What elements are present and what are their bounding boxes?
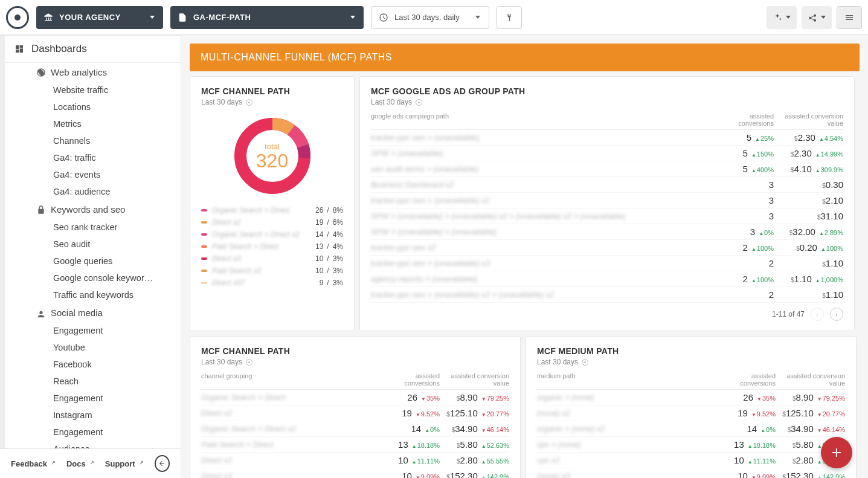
support-link[interactable]: Support bbox=[105, 459, 144, 468]
card-subtitle: Last 30 days bbox=[201, 358, 242, 366]
cell-label: tracker-ppc-seo > (unavailable) x3 bbox=[371, 259, 719, 268]
sidebar-item[interactable]: Google console keywor… bbox=[5, 270, 181, 286]
cell-ac-pct: 35% bbox=[421, 395, 440, 402]
sidebar-item[interactable]: Google queries bbox=[5, 253, 181, 270]
sidebar-item[interactable]: Ga4: events bbox=[5, 166, 181, 183]
col-header: google ads campaign path bbox=[371, 112, 719, 127]
sidebar-item[interactable]: Seo audit bbox=[5, 236, 181, 253]
cell-av: $34.90 bbox=[788, 424, 814, 434]
donut-center-value: 320 bbox=[256, 151, 288, 170]
share-button[interactable] bbox=[802, 6, 832, 29]
cell-av-pct: 20.77% bbox=[481, 410, 509, 418]
pager-next-button[interactable]: › bbox=[830, 308, 843, 321]
cell-av-pct: 52.63% bbox=[481, 442, 509, 449]
cell-av: $34.90 bbox=[452, 424, 478, 434]
table-row: seo audit terms > (unavailable)5400%$4.1… bbox=[371, 161, 843, 177]
cell-ac-pct: 0% bbox=[760, 426, 776, 433]
card-mcf-channel-table: MCF CHANNEL PATH Last 30 days channel gr… bbox=[190, 336, 521, 478]
legend-swatch bbox=[201, 233, 207, 236]
sidebar-group[interactable]: Web analytics bbox=[5, 63, 181, 82]
legend-swatch bbox=[201, 257, 207, 260]
cell-av: $1.10 bbox=[822, 289, 843, 300]
cell-ac: 14 bbox=[747, 424, 757, 434]
sidebar-group[interactable]: Keywords and seo bbox=[5, 200, 181, 219]
agency-label: YOUR AGENCY bbox=[59, 13, 121, 22]
sidebar-group-label: Web analytics bbox=[51, 67, 107, 77]
cell-ac-pct: 18.18% bbox=[412, 442, 440, 449]
sidebar: Dashboards Web analyticsWebsite trafficL… bbox=[0, 35, 181, 478]
cell-label: (none) x2 bbox=[537, 409, 721, 418]
sidebar-item[interactable]: Engagement bbox=[5, 322, 181, 339]
sidebar-item[interactable]: Channels bbox=[5, 132, 181, 149]
cell-ac-pct: 9.52% bbox=[751, 410, 776, 418]
sidebar-item[interactable]: Instagram bbox=[5, 407, 181, 424]
col-header: assisted conversion value bbox=[776, 372, 845, 387]
collapse-sidebar-button[interactable] bbox=[155, 455, 170, 472]
share-icon bbox=[808, 13, 817, 22]
docs-link[interactable]: Docs bbox=[66, 459, 94, 468]
cell-label: Direct x2 bbox=[201, 409, 385, 418]
cell-label: SPW > (unavailable) bbox=[371, 149, 719, 158]
main-content: MULTI-CHANNEL FUNNEL (MCF) PATHS MCF CHA… bbox=[181, 35, 868, 478]
sidebar-item[interactable]: Traffic and keywords bbox=[5, 286, 181, 303]
sidebar-item[interactable]: Seo rank tracker bbox=[5, 219, 181, 236]
legend-row: Organic Search > Direct26 / 8% bbox=[201, 204, 343, 216]
sidebar-item[interactable]: Youtube bbox=[5, 339, 181, 356]
sidebar-item[interactable]: Reach bbox=[5, 373, 181, 390]
clock-icon bbox=[379, 13, 388, 22]
col-header: assisted conversion value bbox=[774, 112, 843, 127]
cell-ac: 2 bbox=[769, 289, 774, 300]
report-selector[interactable]: GA-MCF-PATH bbox=[170, 6, 364, 29]
fab-add-button[interactable]: + bbox=[821, 437, 852, 468]
sidebar-footer: Feedback Docs Support bbox=[0, 448, 181, 478]
legend-value: 14 bbox=[315, 230, 323, 239]
plug-icon bbox=[504, 13, 514, 22]
target-icon bbox=[582, 359, 588, 366]
card-title: MCF CHANNEL PATH bbox=[201, 86, 343, 96]
cell-av: $5.80 bbox=[457, 439, 478, 450]
menu-button[interactable] bbox=[837, 6, 862, 29]
group-icon bbox=[36, 308, 46, 318]
sidebar-header[interactable]: Dashboards bbox=[5, 36, 181, 63]
legend-row: Paid Search > Direct13 / 4% bbox=[201, 241, 343, 253]
sidebar-item[interactable]: Facebook bbox=[5, 356, 181, 373]
sidebar-item[interactable]: Engagement bbox=[5, 424, 181, 441]
legend-value: 26 bbox=[315, 206, 323, 215]
cell-ac-pct: 0% bbox=[759, 229, 774, 236]
cell-av: $5.80 bbox=[792, 439, 814, 450]
legend-label: Direct x57 bbox=[212, 279, 320, 287]
sidebar-item[interactable]: Ga4: traffic bbox=[5, 149, 181, 166]
card-subtitle: Last 30 days bbox=[201, 98, 242, 106]
sidebar-item[interactable]: Metrics bbox=[5, 115, 181, 132]
sidebar-item[interactable]: Website traffic bbox=[5, 82, 181, 99]
legend-pct: 4% bbox=[333, 242, 343, 251]
sidebar-item[interactable]: Engagement bbox=[5, 390, 181, 407]
cell-label: Organic Search > Direct x2 bbox=[201, 424, 385, 433]
legend-label: Organic Search > Direct x2 bbox=[212, 230, 315, 239]
cell-av: $31.10 bbox=[817, 211, 843, 221]
sidebar-item[interactable]: Audience bbox=[5, 441, 181, 448]
sidebar-item[interactable]: Ga4: audience bbox=[5, 183, 181, 200]
table-row: organic > (none) x2140%$34.9046.14% bbox=[537, 421, 845, 437]
table-row: Organic Search > Direct2635%$8.9079.25% bbox=[201, 390, 509, 405]
cell-ac-pct: 400% bbox=[751, 166, 774, 173]
daterange-selector[interactable]: Last 30 days, daily bbox=[371, 6, 489, 29]
logo[interactable] bbox=[6, 6, 29, 29]
theme-button[interactable] bbox=[767, 6, 797, 29]
legend-row: Direct x310 / 3% bbox=[201, 253, 343, 265]
cell-av: $0.30 bbox=[822, 179, 843, 190]
cell-av: $1.10 bbox=[791, 274, 812, 284]
caret-icon bbox=[786, 16, 791, 19]
agency-selector[interactable]: YOUR AGENCY bbox=[36, 6, 163, 29]
plug-button[interactable] bbox=[497, 6, 522, 29]
cell-label: tracker-ppc-seo > (unavailable) bbox=[371, 133, 719, 142]
sidebar-group[interactable]: Social media bbox=[5, 303, 181, 322]
cell-ac-pct: 11.11% bbox=[748, 457, 776, 465]
cell-label: seo audit terms > (unavailable) bbox=[371, 164, 719, 173]
cell-ac: 5 bbox=[743, 164, 748, 174]
cell-ac: 13 bbox=[398, 439, 408, 450]
feedback-link[interactable]: Feedback bbox=[11, 459, 56, 468]
cell-av-pct: 1,000% bbox=[815, 276, 843, 283]
pager-prev-button[interactable]: ‹ bbox=[811, 308, 824, 321]
sidebar-item[interactable]: Locations bbox=[5, 99, 181, 115]
